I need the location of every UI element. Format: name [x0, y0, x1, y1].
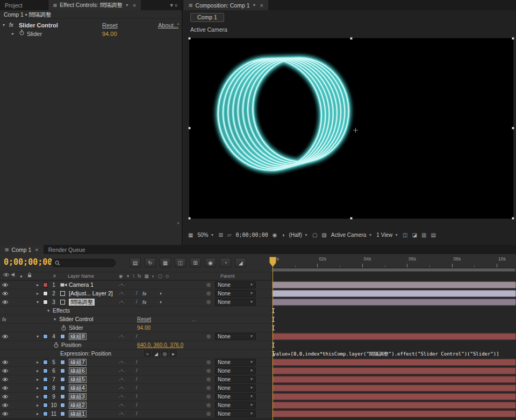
selection-handle[interactable]	[350, 37, 353, 40]
expression-menu-icon[interactable]: ▸	[170, 350, 177, 357]
parent-pickwhip-icon[interactable]: ◎	[206, 384, 211, 392]
layer-switches[interactable]: -*-	[119, 289, 125, 298]
scroll-up-icon[interactable]: ▲	[176, 21, 181, 26]
effects-group-label[interactable]: Effects	[53, 307, 70, 315]
parent-dropdown[interactable]: None▼	[215, 359, 256, 366]
parent-dropdown[interactable]: None▼	[215, 410, 256, 417]
fx-switch[interactable]: fx	[142, 298, 146, 306]
layer-name[interactable]: 線組2	[69, 402, 87, 409]
quality-switch[interactable]: /	[136, 298, 138, 306]
expression-graph-icon[interactable]: ◢	[153, 350, 160, 357]
effect-name[interactable]: Slider Control	[19, 21, 58, 30]
selection-handle[interactable]	[350, 217, 353, 220]
quality-switch[interactable]: /	[136, 384, 138, 392]
effect-header-row[interactable]: ▾ fx Slider Control Reset About...	[0, 21, 175, 30]
tab-effect-controls[interactable]: ▦ Effect Controls: 間隔調整 ▼ ×	[48, 0, 141, 10]
layer-duration-bar[interactable]	[272, 281, 516, 288]
show-channel-icon[interactable]: ◑	[281, 232, 284, 238]
reset-link[interactable]: Reset	[102, 21, 118, 30]
parent-pickwhip-icon[interactable]: ◎	[206, 332, 211, 341]
selection-handle[interactable]	[188, 217, 191, 220]
parent-dropdown[interactable]: None▼	[215, 393, 256, 400]
layer-duration-bar[interactable]	[272, 367, 516, 374]
snapshot-icon[interactable]: ◉	[273, 232, 277, 238]
quality-switch[interactable]: /	[136, 393, 138, 401]
quality-switch[interactable]: /	[136, 367, 138, 375]
collapse-arrow-icon[interactable]: ▾	[52, 315, 58, 323]
parent-pickwhip-icon[interactable]: ◎	[206, 281, 211, 289]
layer-row[interactable]: ▸11線組1-*-/◎None▼	[0, 410, 516, 418]
effect-fx-icon[interactable]: fx	[9, 21, 13, 30]
layer-duration-bar[interactable]	[272, 290, 516, 297]
scroll-down-icon[interactable]: ▼	[176, 221, 181, 226]
layer-name[interactable]: [Adjust... Layer 2]	[69, 289, 113, 298]
expression-enable-icon[interactable]: =	[144, 350, 151, 357]
layer-row[interactable]: ▾4線組8-*-/◎None▼	[0, 332, 516, 341]
timeline-button-icon[interactable]: ▥	[421, 232, 426, 238]
layer-row[interactable]: ▸2[Adjust... Layer 2]-*-/fx◐◎None▼	[0, 289, 516, 298]
parent-dropdown[interactable]: None▼	[215, 299, 256, 306]
fx-switch[interactable]: fx	[142, 289, 146, 298]
parent-dropdown[interactable]: None▼	[215, 290, 256, 297]
effect-name[interactable]: Slider Control	[59, 315, 94, 323]
expression-text[interactable]: value+[0,0,index*thisComp.layer("間隔調整").…	[273, 351, 499, 358]
property-label[interactable]: Position	[61, 341, 81, 349]
fast-previews-icon[interactable]: ◪	[412, 232, 417, 238]
expand-arrow-icon[interactable]: ▸	[34, 358, 41, 366]
magnification-grid-icon[interactable]: ▦	[188, 232, 193, 238]
layer-row[interactable]: ▸8線組4-*-/◎None▼	[0, 384, 516, 393]
parent-dropdown[interactable]: None▼	[215, 281, 256, 288]
prop-row[interactable]: Slider94.00	[0, 324, 516, 332]
selection-handle[interactable]	[512, 217, 514, 220]
effect-enabled-badge[interactable]: fx	[2, 315, 6, 323]
layer-duration-bar[interactable]	[272, 410, 516, 417]
label-color-swatch[interactable]	[43, 403, 48, 408]
point-of-interest-crosshair-icon[interactable]	[353, 128, 358, 133]
layer-switches[interactable]: -*-	[119, 332, 125, 341]
layer-name[interactable]: Camera 1	[69, 281, 94, 289]
parent-pickwhip-icon[interactable]: ◎	[206, 289, 211, 298]
quality-switch[interactable]: /	[136, 289, 138, 298]
layer-row[interactable]: ▸6線組6-*-/◎None▼	[0, 367, 516, 375]
close-icon[interactable]: ×	[260, 2, 263, 9]
label-color-swatch[interactable]	[43, 368, 48, 373]
magnification-select[interactable]: 50%▼	[197, 232, 214, 238]
collapse-arrow-icon[interactable]: ▾	[45, 307, 52, 315]
layer-name[interactable]: 線組3	[69, 393, 87, 400]
label-color-swatch[interactable]	[43, 411, 48, 416]
comp-mini-tab[interactable]: Comp 1	[190, 13, 224, 22]
parent-pickwhip-icon[interactable]: ◎	[206, 358, 211, 366]
layer-switches[interactable]: -*-	[119, 384, 125, 392]
label-color-swatch[interactable]	[43, 283, 48, 287]
collapse-arrow-icon[interactable]: ▾	[3, 21, 5, 30]
live-update-icon[interactable]: ↻	[145, 258, 156, 267]
label-color-swatch[interactable]	[43, 377, 48, 382]
draft-3d-icon[interactable]: ▦	[160, 258, 171, 267]
adjustment-layer-switch[interactable]: ◐	[160, 289, 162, 298]
slider-value[interactable]: 94.00	[102, 30, 117, 38]
expr-row[interactable]: Expression: Position=◢◎▸value+[0,0,index…	[0, 350, 516, 358]
work-area-bar[interactable]	[271, 268, 516, 272]
parent-dropdown[interactable]: None▼	[215, 367, 256, 374]
layer-duration-bar[interactable]	[272, 376, 516, 383]
pixel-aspect-correction-icon[interactable]: ◫	[403, 232, 407, 238]
tab-project[interactable]: Project	[0, 0, 27, 10]
layer-row[interactable]: ▸10線組2-*-/◎None▼	[0, 401, 516, 410]
comp-flowchart-button-icon[interactable]: ▤	[431, 232, 435, 238]
expand-arrow-icon[interactable]: ▸	[12, 30, 14, 38]
motion-blur-icon[interactable]: ◉	[205, 258, 216, 267]
selection-handle[interactable]	[512, 37, 514, 40]
tab-composition[interactable]: ▦ Composition: Comp 1 ▼ ×	[184, 0, 268, 10]
layer-duration-bar[interactable]	[272, 359, 516, 366]
label-color-swatch[interactable]	[43, 394, 48, 399]
close-icon[interactable]: ×	[133, 2, 136, 9]
current-time-display[interactable]: 0;00;00;00	[4, 257, 52, 267]
adjustment-layer-switch[interactable]: ◐	[160, 298, 162, 306]
layer-name[interactable]: 間隔調整	[69, 299, 95, 306]
layer-switches[interactable]: -*-	[119, 358, 125, 366]
expand-arrow-icon[interactable]: ▸	[34, 410, 41, 418]
effect-options-icon[interactable]: …	[191, 315, 197, 323]
resolution-select[interactable]: (Half)▼	[289, 232, 308, 238]
layer-name-column-label[interactable]: Layer Name	[68, 272, 94, 280]
quality-switch[interactable]: /	[136, 332, 138, 341]
